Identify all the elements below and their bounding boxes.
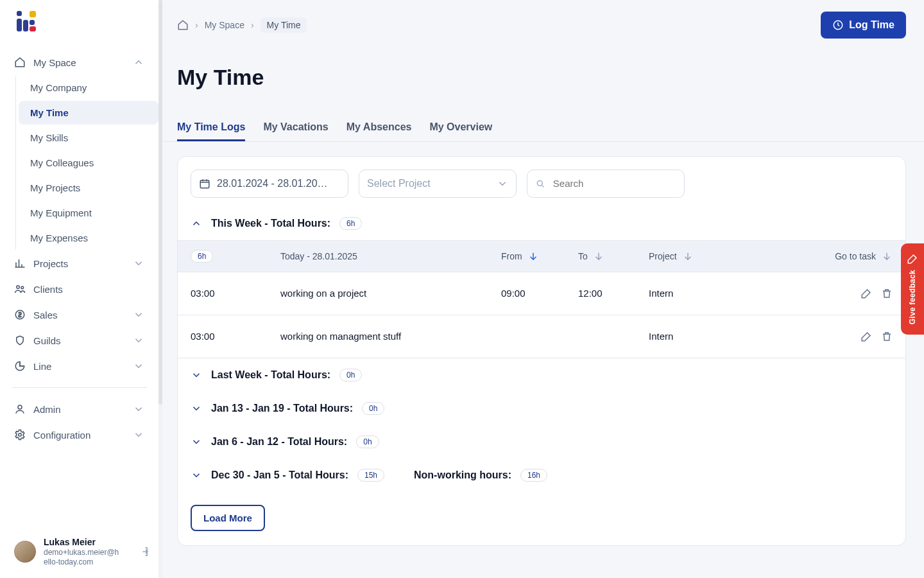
cell-from: 09:00 [501, 288, 578, 299]
sidebar-item-clients[interactable]: Clients [5, 277, 153, 301]
sidebar-item-label: My Time [30, 107, 69, 118]
admin-icon [14, 403, 26, 415]
tab-my-vacations[interactable]: My Vacations [263, 115, 328, 141]
sidebar-item-my-expenses[interactable]: My Expenses [19, 226, 158, 250]
sidebar-item-my-equipment[interactable]: My Equipment [19, 201, 158, 225]
logo-icon [14, 11, 38, 35]
section-this-week[interactable]: This Week - Total Hours: 6h [178, 207, 905, 240]
search-input-wrapper[interactable] [527, 170, 685, 198]
chevron-down-icon[interactable] [191, 403, 202, 414]
section-label: Jan 13 - Jan 19 - Total Hours: [211, 403, 353, 414]
tab-my-overview[interactable]: My Overview [429, 115, 492, 141]
sidebar-item-my-time[interactable]: My Time [19, 101, 158, 125]
project-select-placeholder: Select Project [367, 178, 431, 189]
logout-icon[interactable] [138, 546, 150, 557]
chevron-down-icon [133, 309, 144, 320]
tabs: My Time Logs My Vacations My Absences My… [159, 109, 924, 142]
th-from[interactable]: From [501, 250, 578, 262]
sidebar-scroll-thumb[interactable] [158, 0, 162, 405]
log-time-label: Log Time [849, 19, 894, 31]
hours-badge: 6h [339, 217, 362, 230]
chevron-up-icon[interactable] [191, 218, 202, 229]
sidebar-item-my-skills[interactable]: My Skills [19, 126, 158, 150]
arrow-down-icon [881, 250, 893, 262]
section-last-week[interactable]: Last Week - Total Hours: 0h [178, 358, 905, 392]
toolbar: 28.01.2024 - 28.01.20… Select Project [178, 170, 905, 207]
breadcrumb-current: My Time [261, 17, 307, 33]
cell-description: working on managment stuff [280, 331, 501, 342]
sidebar-item-my-projects[interactable]: My Projects [19, 176, 158, 200]
main: › My Space › My Time Log Time My Time My… [159, 0, 924, 578]
hours-badge: 0h [362, 402, 384, 415]
non-working-label: Non-working hours: [414, 469, 511, 481]
search-input[interactable] [552, 177, 676, 189]
chart-icon [14, 258, 26, 269]
log-time-button[interactable]: Log Time [821, 12, 906, 39]
sidebar-scroll-track [158, 0, 162, 578]
pie-icon [14, 360, 26, 372]
home-icon [14, 57, 26, 68]
load-more-button[interactable]: Load More [191, 505, 265, 531]
th-gototask[interactable]: Go to task [783, 250, 893, 262]
sidebar-item-label: Line [33, 361, 51, 372]
table-row: 03:00 working on a project 09:00 12:00 I… [178, 272, 905, 315]
sidebar-item-label: My Space [33, 57, 76, 68]
date-range-value: 28.01.2024 - 28.01.20… [217, 178, 328, 189]
hours-badge: 0h [356, 435, 379, 448]
sidebar-item-my-space[interactable]: My Space [5, 50, 153, 74]
sidebar-item-label: My Skills [30, 132, 68, 143]
hours-badge: 0h [339, 369, 362, 381]
arrow-down-icon [682, 250, 694, 262]
breadcrumb-separator: › [195, 20, 198, 30]
sidebar-item-label: Configuration [33, 430, 90, 441]
home-icon[interactable] [177, 19, 189, 31]
th-label: From [501, 251, 522, 261]
svg-point-4 [19, 434, 22, 437]
svg-point-7 [537, 180, 542, 186]
sidebar-item-label: Admin [33, 404, 61, 415]
chevron-down-icon[interactable] [191, 369, 202, 381]
avatar[interactable] [14, 541, 36, 563]
app-logo[interactable] [0, 0, 158, 46]
project-select[interactable]: Select Project [359, 170, 517, 198]
sidebar-item-my-company[interactable]: My Company [19, 76, 158, 100]
trash-icon[interactable] [881, 331, 893, 342]
sidebar-item-projects[interactable]: Projects [5, 251, 153, 276]
section-jan6[interactable]: Jan 6 - Jan 12 - Total Hours: 0h [178, 425, 905, 459]
breadcrumb-my-space[interactable]: My Space [205, 20, 244, 30]
hours-badge: 16h [520, 469, 547, 482]
table-header: 6h Today - 28.01.2025 From To Project Go… [178, 240, 905, 272]
date-range-picker[interactable]: 28.01.2024 - 28.01.20… [191, 170, 348, 198]
pencil-icon[interactable] [860, 288, 872, 299]
sidebar-item-line[interactable]: Line [5, 354, 153, 378]
section-dec30[interactable]: Dec 30 - Jan 5 - Total Hours: 15h Non-wo… [178, 459, 905, 492]
chevron-down-icon[interactable] [191, 469, 202, 481]
user-name: Lukas Meier [44, 537, 119, 548]
time-log-panel: 28.01.2024 - 28.01.20… Select Project Th… [177, 156, 906, 546]
th-label: To [578, 251, 588, 261]
th-to[interactable]: To [578, 250, 649, 262]
tab-my-absences[interactable]: My Absences [346, 115, 412, 141]
section-jan13[interactable]: Jan 13 - Jan 19 - Total Hours: 0h [178, 392, 905, 425]
sidebar-item-configuration[interactable]: Configuration [5, 423, 153, 447]
sidebar-item-label: Guilds [33, 335, 61, 346]
sidebar-item-my-colleagues[interactable]: My Colleagues [19, 151, 158, 175]
shield-icon [14, 335, 26, 346]
sidebar-divider [12, 387, 147, 388]
search-icon [535, 178, 545, 189]
give-feedback-tab[interactable]: Give feedback [901, 243, 924, 335]
topbar: › My Space › My Time Log Time [159, 0, 924, 39]
tab-my-time-logs[interactable]: My Time Logs [177, 115, 245, 141]
sidebar-item-sales[interactable]: Sales [5, 302, 153, 327]
hours-badge: 6h [191, 250, 213, 263]
svg-point-3 [18, 405, 22, 409]
cell-duration: 03:00 [191, 331, 280, 342]
arrow-down-icon [527, 250, 539, 262]
sidebar-item-admin[interactable]: Admin [5, 397, 153, 421]
table-row: 03:00 working on managment stuff Intern [178, 315, 905, 358]
sidebar-item-guilds[interactable]: Guilds [5, 328, 153, 353]
th-project[interactable]: Project [649, 250, 783, 262]
chevron-down-icon[interactable] [191, 436, 202, 448]
pencil-icon[interactable] [860, 331, 872, 342]
trash-icon[interactable] [881, 288, 893, 299]
